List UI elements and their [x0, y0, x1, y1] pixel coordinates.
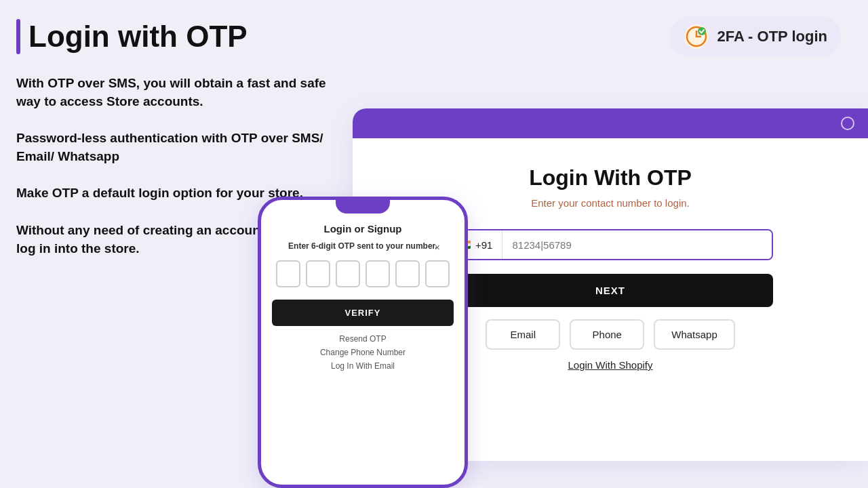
otp-input-boxes[interactable]	[272, 260, 454, 287]
phone-channel-button[interactable]: Phone	[570, 319, 644, 350]
svg-point-2	[698, 27, 706, 35]
browser-topbar	[353, 108, 868, 138]
otp-icon	[683, 23, 710, 50]
otp-box-5[interactable]	[395, 260, 420, 287]
title-container: Login with OTP	[16, 19, 248, 54]
phone-input-row[interactable]: 🇮🇳 +91	[448, 229, 773, 260]
otp-box-4[interactable]	[366, 260, 390, 287]
phone-number-input[interactable]	[502, 230, 772, 259]
otp-box-3[interactable]	[336, 260, 360, 287]
app-badge: 2FA - OTP login	[669, 16, 841, 57]
country-code: +91	[475, 239, 492, 251]
page-title: Login with OTP	[28, 20, 248, 54]
phone-links: Resend OTP Change Phone Number Log In Wi…	[272, 334, 454, 371]
change-phone-link[interactable]: Change Phone Number	[272, 348, 454, 357]
header: Login with OTP 2FA - OTP login	[0, 0, 868, 57]
browser-camera-circle	[841, 117, 854, 130]
close-icon[interactable]: ×	[435, 242, 440, 253]
login-email-link[interactable]: Log In With Email	[272, 361, 454, 371]
app-badge-title: 2FA - OTP login	[717, 28, 827, 45]
next-button[interactable]: NEXT	[448, 274, 773, 307]
channel-buttons: Email Phone Whatsapp	[486, 319, 735, 350]
phone-dialog: Login or Signup × Enter 6-digit OTP sent…	[261, 214, 465, 384]
otp-box-2[interactable]	[306, 260, 330, 287]
feature-text-2: Password-less authentication with OTP ov…	[16, 129, 328, 165]
phone-dialog-title: Login or Signup	[272, 223, 454, 235]
verify-button[interactable]: VERIFY	[272, 300, 454, 326]
otp-box-1[interactable]	[276, 260, 300, 287]
whatsapp-channel-button[interactable]: Whatsapp	[654, 319, 735, 350]
accent-bar	[16, 19, 20, 54]
email-channel-button[interactable]: Email	[486, 319, 560, 350]
browser-login-title: Login With OTP	[529, 165, 692, 190]
shopify-login-link[interactable]: Login With Shopify	[568, 359, 652, 371]
phone-mockup: Login or Signup × Enter 6-digit OTP sent…	[258, 197, 468, 488]
phone-otp-subtitle: Enter 6-digit OTP sent to your number.	[272, 241, 454, 251]
feature-text-1: With OTP over SMS, you will obtain a fas…	[16, 75, 328, 110]
resend-otp-link[interactable]: Resend OTP	[272, 334, 454, 344]
phone-notch	[336, 200, 390, 214]
otp-box-6[interactable]	[425, 260, 450, 287]
browser-subtitle: Enter your contact number to login.	[531, 197, 689, 209]
